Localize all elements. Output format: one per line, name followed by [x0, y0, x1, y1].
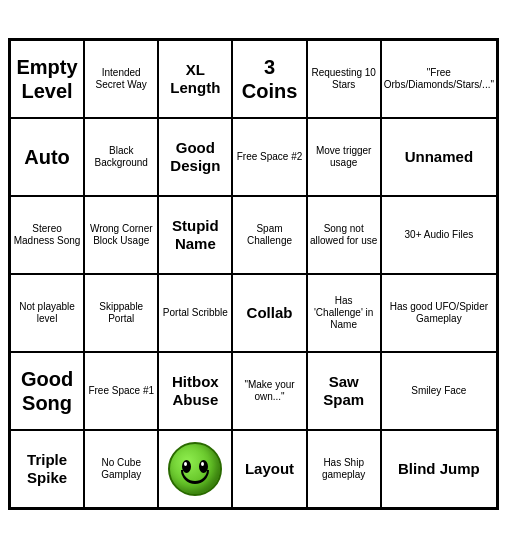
bingo-cell: Skippable Portal — [84, 274, 158, 352]
cell-text: "Free Orbs/Diamonds/Stars/..." — [384, 67, 494, 91]
bingo-cell: Has good UFO/Spider Gameplay — [381, 274, 497, 352]
cell-text: Black Background — [87, 145, 155, 169]
cell-text: Free Space #2 — [237, 151, 303, 163]
cell-text: Not playable level — [13, 301, 81, 325]
cell-text: Hitbox Abuse — [161, 373, 229, 409]
cell-text: Smiley Face — [411, 385, 466, 397]
bingo-cell: Intended Secret Way — [84, 40, 158, 118]
bingo-cell: Song not allowed for use — [307, 196, 381, 274]
cell-text: Intended Secret Way — [87, 67, 155, 91]
cell-text: Layout — [245, 460, 294, 478]
cell-text: 30+ Audio Files — [405, 229, 474, 241]
cell-text: Triple Spike — [13, 451, 81, 487]
bingo-cell: Stupid Name — [158, 196, 232, 274]
bingo-cell: Spam Challenge — [232, 196, 306, 274]
bingo-cell: Has 'Challenge' in Name — [307, 274, 381, 352]
bingo-cell: 3 Coins — [232, 40, 306, 118]
bingo-cell: Collab — [232, 274, 306, 352]
bingo-cell: Good Song — [10, 352, 84, 430]
cell-text: Good Song — [13, 367, 81, 415]
cell-text: Stereo Madness Song — [13, 223, 81, 247]
cell-text: Wrong Corner Block Usage — [87, 223, 155, 247]
bingo-cell: "Free Orbs/Diamonds/Stars/..." — [381, 40, 497, 118]
cell-text: Move trigger usage — [310, 145, 378, 169]
bingo-cell: Empty Level — [10, 40, 84, 118]
bingo-cell: Not playable level — [10, 274, 84, 352]
bingo-cell: Triple Spike — [10, 430, 84, 508]
bingo-cell: Unnamed — [381, 118, 497, 196]
cell-text: Blind Jump — [398, 460, 480, 478]
cell-text: Song not allowed for use — [310, 223, 378, 247]
cell-text: 3 Coins — [235, 55, 303, 103]
cell-text: "Make your own..." — [235, 379, 303, 403]
bingo-cell: Requesting 10 Stars — [307, 40, 381, 118]
cell-text: Saw Spam — [310, 373, 378, 409]
bingo-cell: Portal Scribble — [158, 274, 232, 352]
bingo-cell: Auto — [10, 118, 84, 196]
bingo-grid: Empty LevelIntended Secret WayXL Length3… — [8, 38, 499, 510]
cell-text: Empty Level — [13, 55, 81, 103]
cell-text: Unnamed — [405, 148, 473, 166]
bingo-cell: No Cube Gamplay — [84, 430, 158, 508]
cell-text: Spam Challenge — [235, 223, 303, 247]
cell-text: Stupid Name — [161, 217, 229, 253]
cell-text: Good Design — [161, 139, 229, 175]
bingo-cell: Has Ship gameplay — [307, 430, 381, 508]
bingo-cell: Good Design — [158, 118, 232, 196]
bingo-cell: Smiley Face — [381, 352, 497, 430]
bingo-cell: Move trigger usage — [307, 118, 381, 196]
bingo-cell: Black Background — [84, 118, 158, 196]
bingo-cell: Stereo Madness Song — [10, 196, 84, 274]
bingo-cell: "Make your own..." — [232, 352, 306, 430]
cell-text: No Cube Gamplay — [87, 457, 155, 481]
bingo-cell — [158, 430, 232, 508]
bingo-card: Empty LevelIntended Secret WayXL Length3… — [0, 26, 507, 518]
cell-text: Auto — [24, 145, 70, 169]
cell-text: Free Space #1 — [88, 385, 154, 397]
bingo-cell: Free Space #1 — [84, 352, 158, 430]
bingo-cell: XL Length — [158, 40, 232, 118]
bingo-cell: Wrong Corner Block Usage — [84, 196, 158, 274]
bingo-cell: Hitbox Abuse — [158, 352, 232, 430]
cell-text: XL Length — [161, 61, 229, 97]
cell-text: Has Ship gameplay — [310, 457, 378, 481]
bingo-cell: Saw Spam — [307, 352, 381, 430]
cell-text: Requesting 10 Stars — [310, 67, 378, 91]
cell-text: Collab — [247, 304, 293, 322]
cell-text: Has good UFO/Spider Gameplay — [384, 301, 494, 325]
smiley-face-icon — [168, 442, 222, 496]
bingo-cell: 30+ Audio Files — [381, 196, 497, 274]
cell-text: Skippable Portal — [87, 301, 155, 325]
cell-text: Has 'Challenge' in Name — [310, 295, 378, 331]
bingo-cell: Layout — [232, 430, 306, 508]
bingo-cell: Blind Jump — [381, 430, 497, 508]
cell-text: Portal Scribble — [163, 307, 228, 319]
bingo-cell: Free Space #2 — [232, 118, 306, 196]
